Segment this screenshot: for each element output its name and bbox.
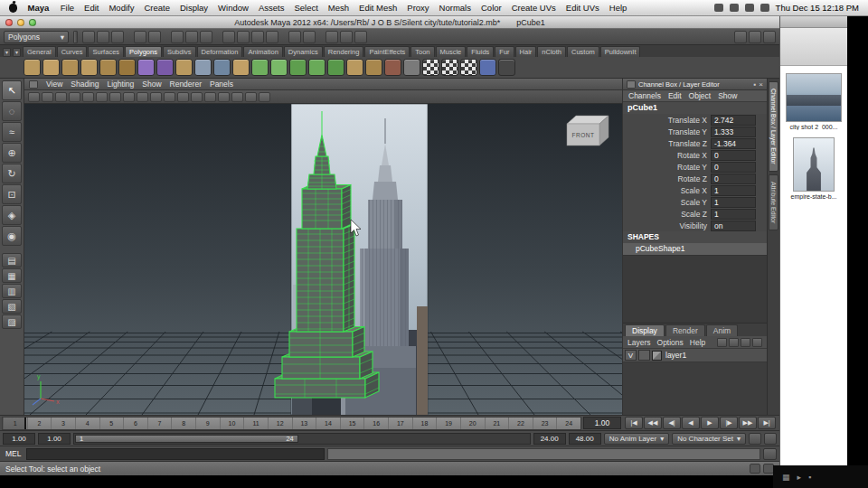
new-layer-from-selected-icon[interactable] <box>729 338 739 347</box>
viewport-menu-item[interactable]: Lighting <box>107 80 134 89</box>
current-frame-marker[interactable] <box>3 418 26 429</box>
viewport-menu-item[interactable]: Panels <box>210 80 233 89</box>
close-icon[interactable]: × <box>759 80 763 89</box>
frame-tick[interactable]: 15 <box>340 418 364 429</box>
frame-tick[interactable]: 4 <box>75 418 99 429</box>
persp-outliner-layout-button[interactable]: ▧ <box>2 299 22 314</box>
channel-label[interactable]: Translate Y <box>623 127 711 136</box>
soft-modification-tool[interactable]: ◉ <box>2 226 22 246</box>
channel-label[interactable]: Translate X <box>623 116 711 125</box>
safe-title-icon[interactable] <box>123 92 135 102</box>
frame-tick[interactable]: 22 <box>508 418 533 429</box>
snap-curve-icon[interactable] <box>237 31 250 43</box>
redo-icon[interactable] <box>148 31 161 43</box>
channel-box-object-name[interactable]: pCube1 <box>623 102 767 114</box>
resolution-gate-icon[interactable] <box>69 92 80 102</box>
status-group-divider[interactable] <box>73 31 78 43</box>
macos-menu-item[interactable]: Display <box>175 3 212 13</box>
frame-tick[interactable]: 5 <box>99 418 124 429</box>
animation-preferences-icon[interactable] <box>764 433 777 445</box>
poly-torus-icon[interactable] <box>118 59 136 76</box>
platonic-solid-icon[interactable] <box>232 59 250 76</box>
poly-cone-icon[interactable] <box>80 59 98 76</box>
layer-name[interactable]: layer1 <box>664 351 686 360</box>
poly-prism-icon[interactable] <box>137 59 155 76</box>
play-backwards-button[interactable]: ◀ <box>682 417 700 429</box>
macos-menu-item[interactable]: Window <box>213 3 254 13</box>
ambient-occlusion-icon[interactable] <box>204 92 216 102</box>
channel-label[interactable]: Scale X <box>623 186 711 195</box>
construction-history-icon[interactable] <box>288 31 301 43</box>
animation-start-field[interactable]: 1.00 <box>3 433 35 445</box>
shelf-menu-arrow-bottom[interactable]: ▾ <box>13 48 21 57</box>
frame-tick[interactable]: 8 <box>171 418 195 429</box>
select-hierarchy-icon[interactable] <box>171 31 184 43</box>
wifi-icon[interactable] <box>745 4 754 12</box>
viewport-canvas[interactable]: y x FRONT <box>24 104 622 415</box>
bluetooth-icon[interactable] <box>730 4 739 12</box>
panel-grip-icon[interactable] <box>627 80 636 89</box>
viewport-menu-item[interactable]: Renderer <box>170 80 202 89</box>
move-tool[interactable]: ⊕ <box>2 143 22 163</box>
finder-item-empire-state[interactable]: empire-state-b... <box>780 137 847 200</box>
move-layer-up-icon[interactable] <box>741 338 750 347</box>
shelf-menu-arrow-top[interactable]: ▾ <box>3 48 11 57</box>
layer-editor-tab[interactable]: Render <box>665 324 705 336</box>
channel-box-menu-item[interactable]: Show <box>718 91 737 100</box>
shaded-mode-icon[interactable] <box>150 92 162 102</box>
grid-view-icon[interactable]: ▦ <box>782 473 790 482</box>
apple-menu-icon[interactable] <box>9 4 17 13</box>
rotate-tool[interactable]: ↻ <box>2 164 22 183</box>
paint-select-tool[interactable]: ≈ <box>2 122 22 142</box>
camera-lock-icon[interactable] <box>28 92 40 102</box>
zoom-window-button[interactable] <box>29 19 36 26</box>
poly-plane-icon[interactable] <box>99 59 117 76</box>
panel-menu-icon[interactable] <box>29 80 38 89</box>
window-titlebar[interactable]: Autodesk Maya 2012 x64: /Users/Rb/ J O B… <box>0 16 779 29</box>
channel-label[interactable]: Visibility <box>623 221 711 230</box>
four-pane-layout-button[interactable]: ▦ <box>2 268 22 283</box>
select-tool[interactable]: ↖ <box>2 80 22 100</box>
move-layer-down-icon[interactable] <box>752 338 762 347</box>
shelf-tab[interactable]: Animation <box>243 46 282 57</box>
channel-box-titlebar[interactable]: Channel Box / Layer Editor ▪ × <box>623 79 767 90</box>
finder-item-city-shot[interactable]: city shot 2_000... <box>780 73 847 130</box>
layer-visibility-toggle[interactable]: V <box>625 350 637 361</box>
app-menu-maya[interactable]: Maya <box>23 3 55 13</box>
bridge-icon[interactable] <box>327 59 344 76</box>
shadows-icon[interactable] <box>191 92 203 102</box>
select-component-icon[interactable] <box>200 31 212 43</box>
step-back-frame-button[interactable]: ◀◀ <box>644 417 662 429</box>
layer-editor-menu-item[interactable]: Help <box>690 338 705 347</box>
channel-value-field[interactable]: -1.364 <box>711 138 756 149</box>
macos-menu-item[interactable]: Normals <box>434 3 476 13</box>
grid-toggle-icon[interactable] <box>42 92 53 102</box>
view-cube[interactable]: FRONT <box>567 116 609 145</box>
shelf-tab[interactable]: Fur <box>495 46 514 57</box>
file-thumbnail[interactable] <box>786 73 842 122</box>
macos-menu-item[interactable]: File <box>55 3 79 13</box>
frame-tick[interactable]: 13 <box>292 418 316 429</box>
playback-end-field[interactable]: 24.00 <box>533 433 566 445</box>
channel-value-field[interactable]: 1 <box>711 185 756 196</box>
extrude-icon[interactable] <box>289 59 307 76</box>
mirror-geometry-icon[interactable] <box>403 59 420 76</box>
menu-set-selector[interactable]: Polygons ▾ <box>4 31 69 43</box>
current-frame-field[interactable]: 1.00 <box>583 417 621 429</box>
snap-grid-icon[interactable] <box>222 31 235 43</box>
undo-icon[interactable] <box>134 31 146 43</box>
channel-value-field[interactable]: 1 <box>711 197 756 208</box>
two-pane-layout-button[interactable]: ▥ <box>2 284 22 298</box>
layer-color-swatch[interactable] <box>652 351 662 361</box>
channel-label[interactable]: Translate Z <box>623 139 711 148</box>
frame-tick[interactable]: 23 <box>533 418 557 429</box>
shelf-tab[interactable]: Custom <box>567 46 599 57</box>
channel-box-menu-item[interactable]: Edit <box>668 91 682 100</box>
poly-soccerball-icon[interactable] <box>213 59 231 76</box>
frame-tick[interactable]: 21 <box>485 418 509 429</box>
channel-label[interactable]: Scale Y <box>623 198 711 207</box>
command-line-mode-label[interactable]: MEL <box>3 449 24 458</box>
shelf-tab[interactable]: Deformation <box>197 46 243 57</box>
snap-view-plane-icon[interactable] <box>266 31 278 43</box>
macos-menu-item[interactable]: Help <box>604 3 632 13</box>
